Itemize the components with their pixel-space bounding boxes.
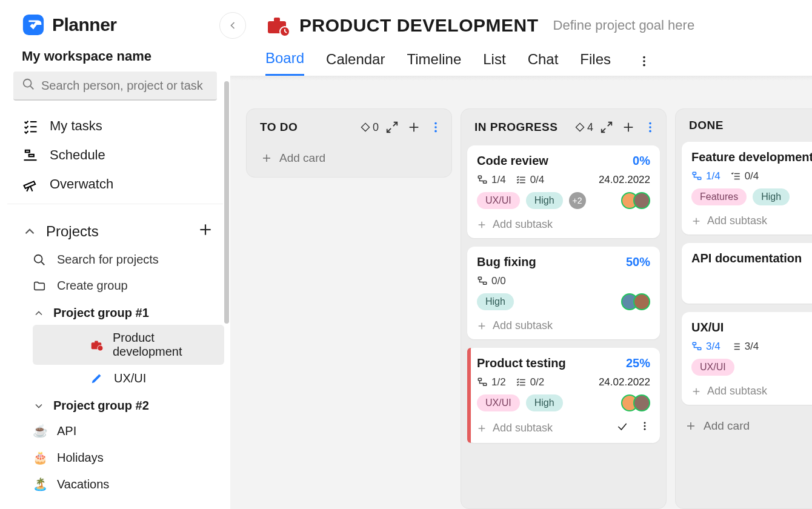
tag-pill[interactable]: UX/UI xyxy=(477,192,520,209)
search-box[interactable] xyxy=(13,72,217,101)
nav-my-tasks[interactable]: My tasks xyxy=(7,111,223,141)
tag-pill[interactable]: UX/UI xyxy=(691,359,734,376)
subtasks-icon xyxy=(477,175,488,185)
add-project-button[interactable] xyxy=(198,221,213,242)
more-vertical-icon xyxy=(644,121,657,134)
subtasks-icon xyxy=(691,341,702,352)
card-subtasks-stat: 1/4 xyxy=(477,174,506,186)
nav-overwatch[interactable]: Overwatch xyxy=(7,170,223,199)
add-card-button[interactable] xyxy=(405,119,422,136)
project-group-1[interactable]: Project group #1 xyxy=(0,299,230,325)
svg-point-33 xyxy=(434,130,437,133)
tab-list[interactable]: List xyxy=(483,51,505,75)
projects-section: Projects Search for projects Create grou… xyxy=(0,204,230,509)
subtasks-icon xyxy=(477,276,488,287)
add-card-button[interactable] xyxy=(620,119,637,136)
tag-pill[interactable]: High xyxy=(526,192,563,209)
tabs-more-button[interactable] xyxy=(637,55,651,72)
tab-chat[interactable]: Chat xyxy=(528,51,559,75)
column-done: DONE Feature development 1/4 xyxy=(675,108,812,509)
column-menu-button[interactable] xyxy=(642,119,659,136)
workspace-name[interactable]: My workspace name xyxy=(0,42,230,70)
card-subtasks-stat: 0/0 xyxy=(477,275,506,287)
project-uxui[interactable]: UX/UI xyxy=(33,365,224,391)
tag-pill[interactable]: Features xyxy=(691,188,747,205)
task-card[interactable]: UX/UI 3/4 3/4 UX/UI xyxy=(682,312,812,405)
nav-my-tasks-label: My tasks xyxy=(50,118,102,134)
tag-more-pill[interactable]: +2 xyxy=(569,192,586,209)
add-subtask-button[interactable]: Add subtask xyxy=(691,211,812,230)
tag-pill[interactable]: High xyxy=(477,293,514,310)
task-card[interactable]: Product testing 25% 1/2 0/2 xyxy=(467,348,660,443)
chevron-up-icon xyxy=(22,224,38,239)
sidebar-scrollbar[interactable] xyxy=(224,81,229,324)
task-card[interactable]: Bug fixing 50% 0/0 High xyxy=(467,247,660,339)
palm-icon: 🏝️ xyxy=(33,477,47,491)
diamond-icon xyxy=(575,122,585,132)
tag-pill[interactable]: High xyxy=(526,394,563,411)
tab-files[interactable]: Files xyxy=(580,51,611,75)
card-menu-button[interactable] xyxy=(639,421,650,436)
page-header: PRODUCT DEVELOPMENT Define project goal … xyxy=(230,0,812,76)
check-icon xyxy=(616,421,628,433)
task-card[interactable]: Code review 0% 1/4 0/4 xyxy=(467,145,660,238)
create-group[interactable]: Create group xyxy=(0,273,230,299)
tag-pill[interactable]: High xyxy=(753,188,790,205)
task-card[interactable]: Feature development 1/4 0/4 xyxy=(682,142,812,235)
add-subtask-label: Add subtask xyxy=(493,319,553,332)
column-todo: TO DO 0 xyxy=(246,108,452,178)
card-subtasks-stat: 3/4 xyxy=(691,341,720,353)
add-subtask-label: Add subtask xyxy=(493,422,553,434)
tab-calendar[interactable]: Calendar xyxy=(326,51,385,75)
svg-point-32 xyxy=(434,126,437,128)
tag-pill[interactable]: UX/UI xyxy=(477,394,520,411)
card-checklist-stat: 0/4 xyxy=(516,174,545,186)
app-logo-row: Planner xyxy=(0,10,230,42)
svg-point-17 xyxy=(98,345,103,351)
checklist-icon xyxy=(730,171,741,182)
task-card[interactable]: API documentation xyxy=(682,243,812,304)
chevron-down-icon xyxy=(33,400,45,412)
card-percent: 50% xyxy=(626,255,650,269)
add-subtask-button[interactable]: Add subtask xyxy=(477,215,650,233)
chevron-left-icon xyxy=(227,19,239,32)
project-goal-input[interactable]: Define project goal here xyxy=(553,18,695,33)
tab-board[interactable]: Board xyxy=(265,50,304,76)
search-input[interactable] xyxy=(41,79,208,93)
card-checklist-stat: 0/2 xyxy=(516,376,545,388)
projects-title: Projects xyxy=(46,223,99,240)
project-holidays[interactable]: 🎂 Holidays xyxy=(0,444,224,471)
project-vacations[interactable]: 🏝️ Vacations xyxy=(0,471,224,497)
projects-header[interactable]: Projects xyxy=(0,207,230,247)
projects-search[interactable]: Search for projects xyxy=(0,247,230,273)
project-product-development[interactable]: Product development xyxy=(33,325,224,365)
svg-rect-19 xyxy=(274,18,280,22)
card-assignees[interactable] xyxy=(621,192,650,209)
nav-schedule[interactable]: Schedule xyxy=(7,141,223,170)
collapse-column-button[interactable] xyxy=(384,119,401,136)
card-assignees[interactable] xyxy=(621,293,650,310)
svg-rect-8 xyxy=(29,155,34,157)
tasks-icon xyxy=(22,118,39,135)
app-name: Planner xyxy=(52,15,117,35)
column-title: TO DO xyxy=(260,121,298,134)
add-subtask-button[interactable]: Add subtask xyxy=(691,382,812,400)
collapse-sidebar-button[interactable] xyxy=(219,12,246,39)
add-card-row[interactable]: Add card xyxy=(682,413,812,439)
card-assignees[interactable] xyxy=(621,394,650,411)
tab-timeline[interactable]: Timeline xyxy=(407,51,461,75)
add-subtask-button[interactable]: Add subtask xyxy=(477,316,650,334)
add-card-label: Add card xyxy=(279,151,325,165)
project-api[interactable]: ☕ API xyxy=(0,418,224,444)
more-vertical-icon xyxy=(639,421,650,431)
svg-rect-73 xyxy=(698,348,701,350)
column-menu-button[interactable] xyxy=(427,119,444,136)
svg-line-14 xyxy=(41,262,44,265)
collapse-column-button[interactable] xyxy=(598,119,615,136)
svg-point-63 xyxy=(644,425,646,427)
more-vertical-icon xyxy=(429,121,442,134)
add-card-row[interactable]: Add card xyxy=(253,145,445,171)
card-complete-button[interactable] xyxy=(616,421,628,436)
project-group-2[interactable]: Project group #2 xyxy=(0,391,230,418)
add-subtask-button[interactable]: Add subtask xyxy=(477,418,650,438)
